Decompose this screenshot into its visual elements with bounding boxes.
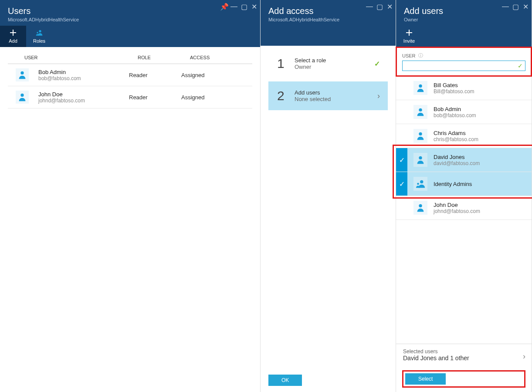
pick-user-row[interactable]: ✓ David Jonesdavid@fabtoso.com <box>396 148 532 172</box>
pick-name: Identity Admins <box>434 181 472 187</box>
user-email: bob@fabtoso.com <box>38 75 129 81</box>
check-icon: ✓ <box>396 172 407 196</box>
user-access: Assigned <box>181 94 244 101</box>
select-button[interactable]: Select <box>405 373 446 385</box>
minimize-icon[interactable]: — <box>502 3 508 9</box>
avatar <box>413 153 427 167</box>
avatar <box>413 105 427 119</box>
user-search-input[interactable] <box>402 61 525 71</box>
step-number: 1 <box>277 56 295 71</box>
select-button-highlight: Select <box>402 370 525 388</box>
minimize-icon[interactable]: — <box>366 3 372 9</box>
avatar <box>16 68 29 81</box>
check-icon: ✓ <box>518 62 523 69</box>
user-row[interactable]: John Doejohnd@fabtoso.com Reader Assigne… <box>8 86 252 108</box>
invite-button[interactable]: Invite <box>396 26 422 47</box>
avatar <box>413 201 427 215</box>
close-icon[interactable]: ✕ <box>523 3 529 9</box>
user-access: Assigned <box>181 72 244 78</box>
minimize-icon[interactable]: — <box>230 3 237 9</box>
check-icon <box>396 124 407 148</box>
add-users-blade: — ▢ ✕ Add users Owner Invite USER ⓘ ✓ Bi… <box>396 0 532 392</box>
pick-email: chris@fabtoso.com <box>434 136 478 142</box>
close-icon[interactable]: ✕ <box>251 3 258 9</box>
avatar <box>16 91 29 104</box>
col-user: USER <box>24 55 138 60</box>
pick-name: David Jones <box>434 154 480 160</box>
blade-subtitle: Owner <box>396 17 532 26</box>
pick-name: John Doe <box>434 202 480 208</box>
step-number: 2 <box>277 88 295 103</box>
add-access-blade: — ▢ ✕ Add access Microsoft.ADHybridHealt… <box>261 0 396 392</box>
pick-name: Chris Adams <box>434 130 478 136</box>
users-blade: 📌 — ▢ ✕ Users Microsoft.ADHybridHealthSe… <box>0 0 261 392</box>
user-search-area: USER ⓘ ✓ <box>396 47 532 76</box>
check-icon: ✓ <box>396 148 407 172</box>
user-row[interactable]: Bob Adminbob@fabtoso.com Reader Assigned <box>8 64 252 86</box>
blade-subtitle: Microsoft.ADHybridHealthService <box>0 17 260 26</box>
roles-icon <box>26 28 52 37</box>
selected-users-summary[interactable]: Selected users David Jones and 1 other <box>396 344 532 366</box>
info-icon[interactable]: ⓘ <box>418 52 423 59</box>
ok-button[interactable]: OK <box>268 375 302 386</box>
user-name: Bob Admin <box>38 69 129 75</box>
pick-name: Bob Admin <box>434 106 476 112</box>
user-name: John Doe <box>38 91 129 98</box>
pin-icon[interactable]: 📌 <box>220 3 226 9</box>
pick-name: Bill Gates <box>434 82 474 88</box>
pick-user-row[interactable]: John Doejohnd@fabtoso.com <box>396 196 532 220</box>
user-role: Reader <box>129 94 181 101</box>
col-access: ACCESS <box>190 55 244 60</box>
pick-email: david@fabtoso.com <box>434 160 480 166</box>
maximize-icon[interactable]: ▢ <box>512 3 518 9</box>
maximize-icon[interactable]: ▢ <box>376 3 383 9</box>
add-button[interactable]: Add <box>0 26 26 47</box>
step-select-role[interactable]: 1 Select a role Owner <box>268 49 388 78</box>
check-icon <box>396 196 407 220</box>
user-pick-list: Bill GatesBill@fabtoso.com Bob Adminbob@… <box>396 76 532 344</box>
pick-user-row[interactable]: Chris Adamschris@fabtoso.com <box>396 124 532 148</box>
column-headers: USER ROLE ACCESS <box>8 47 252 64</box>
plus-icon <box>0 28 26 37</box>
pick-user-row[interactable]: ✓ Identity Admins <box>396 172 532 196</box>
col-role: ROLE <box>138 55 190 60</box>
avatar <box>413 177 427 191</box>
plus-icon <box>396 28 422 37</box>
avatar <box>413 129 427 143</box>
user-role: Reader <box>129 72 181 78</box>
user-email: johnd@fabtoso.com <box>38 98 129 104</box>
maximize-icon[interactable]: ▢ <box>241 3 247 9</box>
close-icon[interactable]: ✕ <box>387 3 393 9</box>
check-icon <box>396 100 407 124</box>
pick-email: bob@fabtoso.com <box>434 112 476 118</box>
check-icon <box>396 76 407 100</box>
avatar <box>413 81 427 95</box>
step-add-users[interactable]: 2 Add users None selected <box>268 81 388 110</box>
pick-email: Bill@fabtoso.com <box>434 88 474 95</box>
roles-button[interactable]: Roles <box>26 26 52 47</box>
search-label: USER ⓘ <box>402 52 525 59</box>
pick-user-row[interactable]: Bill GatesBill@fabtoso.com <box>396 76 532 100</box>
pick-user-row[interactable]: Bob Adminbob@fabtoso.com <box>396 100 532 124</box>
pick-email: johnd@fabtoso.com <box>434 208 480 214</box>
blade-subtitle: Microsoft.ADHybridHealthService <box>261 17 396 26</box>
